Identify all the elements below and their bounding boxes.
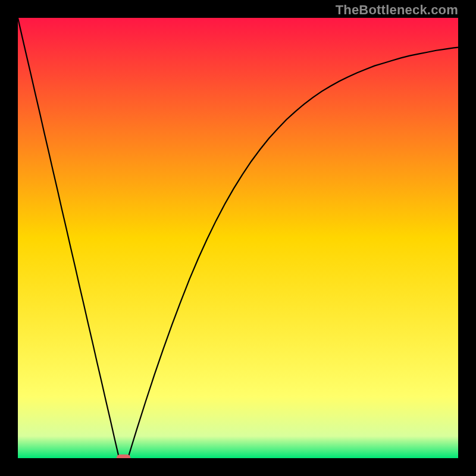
- watermark-text: TheBottleneck.com: [336, 2, 458, 18]
- chart-frame: [18, 18, 458, 458]
- chart-plot: [18, 18, 458, 458]
- optimum-marker: [117, 455, 131, 458]
- gradient-background: [18, 18, 458, 458]
